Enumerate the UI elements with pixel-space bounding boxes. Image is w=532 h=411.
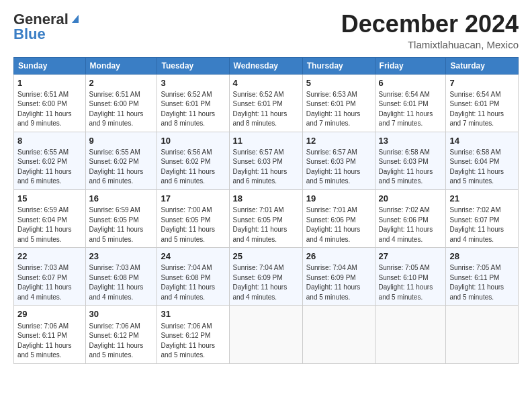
location-title: Tlamixtlahuacan, Mexico xyxy=(341,39,519,50)
dow-header-monday: Monday xyxy=(85,57,157,74)
calendar-cell xyxy=(446,306,519,363)
day-info: Sunrise: 7:04 AM Sunset: 6:09 PM Dayligh… xyxy=(233,263,299,302)
calendar-cell: 7Sunrise: 6:54 AM Sunset: 6:01 PM Daylig… xyxy=(446,74,519,132)
day-of-week-row: SundayMondayTuesdayWednesdayThursdayFrid… xyxy=(14,57,519,74)
day-number: 20 xyxy=(379,193,443,205)
day-number: 11 xyxy=(233,135,299,147)
calendar-cell: 14Sunrise: 6:58 AM Sunset: 6:04 PM Dayli… xyxy=(446,132,519,189)
day-number: 12 xyxy=(306,135,371,147)
day-info: Sunrise: 6:59 AM Sunset: 6:05 PM Dayligh… xyxy=(89,205,154,244)
calendar-cell: 8Sunrise: 6:55 AM Sunset: 6:02 PM Daylig… xyxy=(14,132,86,189)
day-info: Sunrise: 6:51 AM Sunset: 6:00 PM Dayligh… xyxy=(17,90,82,129)
day-info: Sunrise: 7:01 AM Sunset: 6:06 PM Dayligh… xyxy=(306,205,371,244)
calendar-cell: 1Sunrise: 6:51 AM Sunset: 6:00 PM Daylig… xyxy=(14,74,86,132)
day-info: Sunrise: 7:02 AM Sunset: 6:06 PM Dayligh… xyxy=(379,205,443,244)
day-info: Sunrise: 7:04 AM Sunset: 6:09 PM Dayligh… xyxy=(306,263,371,302)
day-number: 8 xyxy=(17,135,82,147)
calendar-cell: 18Sunrise: 7:01 AM Sunset: 6:05 PM Dayli… xyxy=(229,189,302,247)
calendar-table: SundayMondayTuesdayWednesdayThursdayFrid… xyxy=(13,57,519,364)
day-number: 6 xyxy=(379,77,443,89)
calendar-cell: 11Sunrise: 6:57 AM Sunset: 6:03 PM Dayli… xyxy=(229,132,302,189)
title-block: December 2024 Tlamixtlahuacan, Mexico xyxy=(341,11,519,50)
calendar-cell: 26Sunrise: 7:04 AM Sunset: 6:09 PM Dayli… xyxy=(302,248,375,306)
day-number: 18 xyxy=(233,193,299,205)
calendar-cell xyxy=(229,306,302,363)
calendar-cell: 22Sunrise: 7:03 AM Sunset: 6:07 PM Dayli… xyxy=(14,248,86,306)
dow-header-saturday: Saturday xyxy=(446,57,519,74)
day-info: Sunrise: 7:06 AM Sunset: 6:12 PM Dayligh… xyxy=(161,322,225,361)
week-row-2: 8Sunrise: 6:55 AM Sunset: 6:02 PM Daylig… xyxy=(14,132,519,189)
day-info: Sunrise: 6:52 AM Sunset: 6:01 PM Dayligh… xyxy=(161,90,225,129)
day-info: Sunrise: 6:57 AM Sunset: 6:03 PM Dayligh… xyxy=(306,148,371,187)
day-number: 28 xyxy=(449,250,515,263)
day-info: Sunrise: 7:06 AM Sunset: 6:12 PM Dayligh… xyxy=(89,322,154,361)
calendar-cell: 29Sunrise: 7:06 AM Sunset: 6:11 PM Dayli… xyxy=(14,306,86,363)
day-number: 5 xyxy=(306,77,371,89)
dow-header-wednesday: Wednesday xyxy=(229,57,302,74)
svg-marker-0 xyxy=(72,15,79,23)
day-number: 9 xyxy=(89,135,154,147)
calendar-cell xyxy=(302,306,375,363)
day-info: Sunrise: 6:52 AM Sunset: 6:01 PM Dayligh… xyxy=(233,90,299,129)
header: General Blue December 2024 Tlamixtlahuac… xyxy=(13,11,519,50)
logo: General Blue xyxy=(13,11,81,43)
day-info: Sunrise: 6:54 AM Sunset: 6:01 PM Dayligh… xyxy=(379,90,443,129)
calendar-cell: 3Sunrise: 6:52 AM Sunset: 6:01 PM Daylig… xyxy=(157,74,229,132)
calendar-cell: 13Sunrise: 6:58 AM Sunset: 6:03 PM Dayli… xyxy=(375,132,446,189)
day-info: Sunrise: 7:04 AM Sunset: 6:08 PM Dayligh… xyxy=(161,263,225,302)
calendar-body: 1Sunrise: 6:51 AM Sunset: 6:00 PM Daylig… xyxy=(14,74,519,363)
day-info: Sunrise: 6:59 AM Sunset: 6:04 PM Dayligh… xyxy=(17,205,82,244)
day-info: Sunrise: 6:51 AM Sunset: 6:00 PM Dayligh… xyxy=(89,90,154,129)
dow-header-friday: Friday xyxy=(375,57,446,74)
day-number: 17 xyxy=(161,193,225,205)
day-info: Sunrise: 7:00 AM Sunset: 6:05 PM Dayligh… xyxy=(161,205,225,244)
day-number: 31 xyxy=(161,308,225,320)
day-number: 4 xyxy=(233,77,299,89)
day-info: Sunrise: 6:57 AM Sunset: 6:03 PM Dayligh… xyxy=(233,148,299,187)
calendar-cell: 4Sunrise: 6:52 AM Sunset: 6:01 PM Daylig… xyxy=(229,74,302,132)
day-number: 29 xyxy=(17,308,82,320)
calendar-cell xyxy=(375,306,446,363)
logo-arrow-icon xyxy=(69,12,81,24)
day-number: 22 xyxy=(17,250,82,263)
day-number: 13 xyxy=(379,135,443,147)
day-number: 14 xyxy=(449,135,515,147)
calendar-cell: 5Sunrise: 6:53 AM Sunset: 6:01 PM Daylig… xyxy=(302,74,375,132)
day-info: Sunrise: 7:02 AM Sunset: 6:07 PM Dayligh… xyxy=(449,205,515,244)
calendar-cell: 31Sunrise: 7:06 AM Sunset: 6:12 PM Dayli… xyxy=(157,306,229,363)
calendar-cell: 24Sunrise: 7:04 AM Sunset: 6:08 PM Dayli… xyxy=(157,248,229,306)
day-info: Sunrise: 6:58 AM Sunset: 6:04 PM Dayligh… xyxy=(449,148,515,187)
logo-blue: Blue xyxy=(13,26,46,43)
day-number: 21 xyxy=(449,193,515,205)
day-info: Sunrise: 7:06 AM Sunset: 6:11 PM Dayligh… xyxy=(17,322,82,361)
day-info: Sunrise: 6:53 AM Sunset: 6:01 PM Dayligh… xyxy=(306,90,371,129)
calendar-cell: 6Sunrise: 6:54 AM Sunset: 6:01 PM Daylig… xyxy=(375,74,446,132)
day-info: Sunrise: 7:03 AM Sunset: 6:08 PM Dayligh… xyxy=(89,263,154,302)
day-info: Sunrise: 7:05 AM Sunset: 6:11 PM Dayligh… xyxy=(449,263,515,302)
dow-header-sunday: Sunday xyxy=(14,57,86,74)
day-info: Sunrise: 6:55 AM Sunset: 6:02 PM Dayligh… xyxy=(89,148,154,187)
calendar-cell: 9Sunrise: 6:55 AM Sunset: 6:02 PM Daylig… xyxy=(85,132,157,189)
calendar-cell: 2Sunrise: 6:51 AM Sunset: 6:00 PM Daylig… xyxy=(85,74,157,132)
calendar-cell: 15Sunrise: 6:59 AM Sunset: 6:04 PM Dayli… xyxy=(14,189,86,247)
day-info: Sunrise: 6:56 AM Sunset: 6:02 PM Dayligh… xyxy=(161,148,225,187)
week-row-4: 22Sunrise: 7:03 AM Sunset: 6:07 PM Dayli… xyxy=(14,248,519,306)
day-number: 16 xyxy=(89,193,154,205)
day-number: 15 xyxy=(17,193,82,205)
page: General Blue December 2024 Tlamixtlahuac… xyxy=(0,0,532,371)
dow-header-thursday: Thursday xyxy=(302,57,375,74)
week-row-1: 1Sunrise: 6:51 AM Sunset: 6:00 PM Daylig… xyxy=(14,74,519,132)
day-number: 25 xyxy=(233,250,299,263)
day-number: 24 xyxy=(161,250,225,263)
dow-header-tuesday: Tuesday xyxy=(157,57,229,74)
calendar-cell: 12Sunrise: 6:57 AM Sunset: 6:03 PM Dayli… xyxy=(302,132,375,189)
day-number: 30 xyxy=(89,308,154,320)
day-number: 3 xyxy=(161,77,225,89)
calendar-cell: 16Sunrise: 6:59 AM Sunset: 6:05 PM Dayli… xyxy=(85,189,157,247)
day-info: Sunrise: 7:03 AM Sunset: 6:07 PM Dayligh… xyxy=(17,263,82,302)
day-number: 7 xyxy=(449,77,515,89)
calendar-cell: 21Sunrise: 7:02 AM Sunset: 6:07 PM Dayli… xyxy=(446,189,519,247)
calendar-cell: 27Sunrise: 7:05 AM Sunset: 6:10 PM Dayli… xyxy=(375,248,446,306)
calendar-cell: 25Sunrise: 7:04 AM Sunset: 6:09 PM Dayli… xyxy=(229,248,302,306)
day-info: Sunrise: 6:54 AM Sunset: 6:01 PM Dayligh… xyxy=(449,90,515,129)
